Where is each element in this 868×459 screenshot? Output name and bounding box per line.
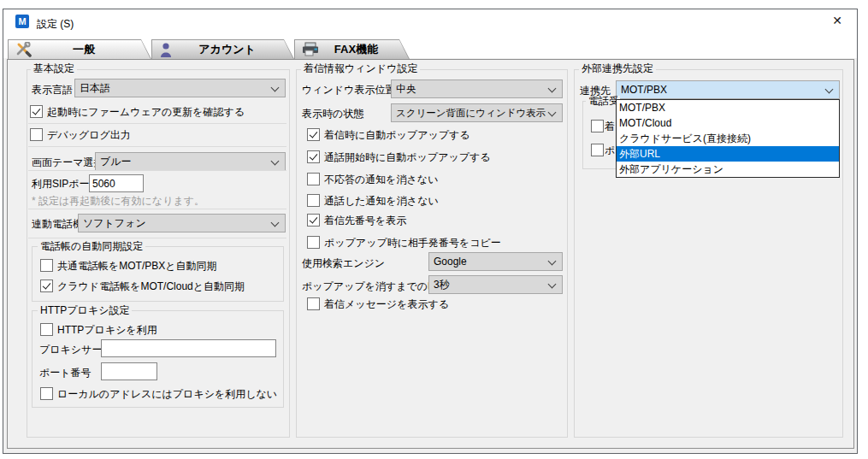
close-icon[interactable]: ✕	[826, 12, 848, 29]
obscured-checkbox-2[interactable]	[591, 144, 604, 156]
no-proxy-local-label: ローカルのアドレスにはプロキシを利用しない	[57, 389, 277, 400]
chevron-down-icon	[548, 257, 557, 266]
proxy-port-input[interactable]	[101, 362, 157, 380]
sip-restart-note: * 設定は再起動後に有効になります。	[32, 196, 204, 207]
linked-phone-select[interactable]: ソフトフォン	[78, 214, 286, 232]
keep-missed-notice-label: 不応答の通知を消さない	[324, 174, 438, 185]
popup-timeout-select[interactable]: 3秒	[428, 275, 563, 294]
dropdown-option[interactable]: 外部アプリケーション	[617, 162, 839, 177]
chevron-down-icon	[271, 84, 280, 92]
debug-log-checkbox[interactable]	[30, 128, 43, 141]
show-callee-number-label: 着信先番号を表示	[324, 215, 406, 227]
tab-general[interactable]: 一般	[8, 39, 151, 59]
panel-incoming-title: 着信情報ウィンドウ設定	[301, 63, 420, 74]
tab-general-label: 一般	[32, 42, 135, 57]
tab-fax[interactable]: FAX機能	[294, 39, 410, 59]
use-proxy-checkbox[interactable]	[40, 323, 53, 336]
obscured-checkbox-1[interactable]	[591, 120, 604, 132]
obscured-checkbox-1-label-fragment: 着	[605, 121, 616, 132]
debug-log-label: デバッグログ出力	[47, 130, 131, 141]
fax-icon	[302, 42, 319, 57]
linked-phone-label: 連動電話機	[32, 219, 83, 230]
popup-on-callstart-label: 通話開始時に自動ポップアップする	[324, 152, 491, 163]
obscured-checkbox-2-label-fragment: ポ	[605, 145, 616, 156]
chevron-down-icon	[825, 85, 834, 94]
person-icon	[159, 42, 176, 57]
tab-fax-label: FAX機能	[319, 42, 393, 57]
popup-on-incoming-checkbox[interactable]	[307, 128, 320, 141]
group-phonebook-sync-title: 電話帳の自動同期設定	[38, 241, 145, 252]
sip-port-input[interactable]	[89, 174, 144, 192]
firmware-update-label: 起動時にファームウェアの更新を確認する	[47, 107, 245, 118]
app-icon: M	[15, 15, 29, 28]
show-incoming-message-checkbox[interactable]	[307, 297, 320, 310]
show-incoming-message-label: 着信メッセージを表示する	[324, 299, 449, 310]
search-engine-label: 使用検索エンジン	[302, 258, 385, 269]
popup-on-incoming-label: 着信時に自動ポップアップする	[324, 130, 470, 141]
language-label: 表示言語	[32, 85, 73, 96]
panel-basic-title: 基本設定	[31, 63, 77, 74]
panel-external-title: 外部連携先設定	[579, 63, 656, 74]
group-phonebook-sync	[32, 246, 284, 302]
chevron-down-icon	[548, 109, 557, 117]
group-http-proxy-title: HTTPプロキシ設定	[38, 305, 132, 316]
display-state-label: 表示時の状態	[302, 109, 363, 120]
copy-caller-number-label: ポップアップ時に相手発番号をコピー	[324, 238, 501, 249]
theme-label: 画面テーマ選択	[32, 157, 104, 168]
separator	[28, 238, 286, 238]
screen: M 設定 (S) ✕ 一般	[0, 0, 868, 459]
no-proxy-local-checkbox[interactable]	[40, 387, 53, 400]
popup-timeout-label: ポップアップを消すまでの時間	[302, 281, 448, 292]
proxy-server-input[interactable]	[101, 339, 276, 357]
dropdown-option[interactable]: クラウドサービス(直接接続)	[617, 131, 839, 146]
separator	[28, 146, 286, 147]
tab-account[interactable]: アカウント	[151, 39, 294, 59]
tools-icon	[15, 42, 32, 57]
chevron-down-icon	[548, 85, 557, 93]
keep-answered-notice-checkbox[interactable]	[307, 194, 320, 207]
firmware-update-checkbox[interactable]	[30, 105, 43, 118]
separator	[28, 209, 286, 209]
show-callee-number-checkbox[interactable]	[307, 214, 320, 227]
link-target-dropdown: MOT/PBX MOT/Cloud クラウドサービス(直接接続) 外部URL 外…	[616, 99, 840, 178]
keep-answered-notice-label: 通話した通知を消さない	[324, 196, 439, 207]
chevron-down-icon	[548, 280, 557, 289]
chevron-down-icon	[271, 219, 280, 227]
search-engine-select[interactable]: Google	[428, 252, 563, 271]
separator	[28, 170, 286, 171]
proxy-port-label: ポート番号	[39, 368, 92, 379]
dropdown-option-highlighted[interactable]: 外部URL	[617, 146, 839, 162]
sync-cloud-checkbox[interactable]	[40, 280, 53, 292]
dropdown-option[interactable]: MOT/PBX	[617, 100, 839, 115]
sync-pbx-checkbox[interactable]	[40, 259, 53, 272]
window-position-select[interactable]: 中央	[391, 79, 563, 98]
group-obscured-title-fragment: 電話受	[586, 96, 620, 107]
dropdown-option[interactable]: MOT/Cloud	[617, 115, 839, 131]
chevron-down-icon	[271, 157, 280, 166]
theme-select[interactable]: ブルー	[95, 152, 286, 171]
copy-caller-number-checkbox[interactable]	[307, 236, 320, 249]
separator	[28, 123, 286, 124]
tab-account-label: アカウント	[176, 42, 278, 57]
link-target-select[interactable]: MOT/PBX	[616, 80, 840, 99]
popup-on-callstart-checkbox[interactable]	[307, 150, 320, 163]
keep-missed-notice-checkbox[interactable]	[307, 173, 320, 185]
sync-pbx-label: 共通電話帳をMOT/PBXと自動同期	[57, 261, 217, 272]
sync-cloud-label: クラウド電話帳をMOT/Cloudと自動同期	[57, 281, 245, 292]
use-proxy-label: HTTPプロキシを利用	[57, 325, 157, 336]
window-position-label: ウィンドウ表示位置	[302, 85, 395, 96]
display-state-select[interactable]: スクリーン背面にウィンドウ表示	[391, 103, 563, 122]
language-select[interactable]: 日本語	[74, 79, 286, 97]
settings-window: M 設定 (S) ✕ 一般	[3, 9, 858, 454]
window-title: 設定 (S)	[37, 17, 74, 32]
